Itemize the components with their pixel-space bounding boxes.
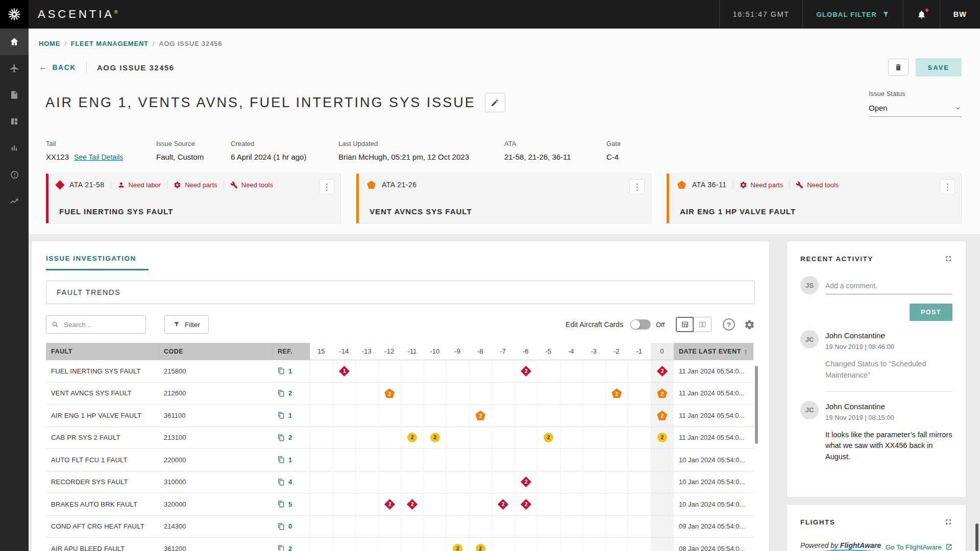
clock: 16:51:47 GMT [720,0,803,29]
event-marker[interactable]: 2 [407,499,418,510]
card-menu-button[interactable]: ⋮ [319,179,334,194]
fault-card[interactable]: ATA 36-11 Need parts Need tools ⋮ AIR EN… [667,173,962,223]
comment-composer: JS [800,276,952,294]
sidebar-item-flights[interactable] [0,55,29,82]
grid-view-button[interactable] [676,317,694,332]
table-row[interactable]: AUTO FLT FCU 1 FAULT 220000 1 10 Jan 202… [46,449,753,471]
event-marker[interactable]: 2 [476,544,485,551]
search-input[interactable] [46,315,146,334]
table-row[interactable]: FUEL INERTING SYS FAULT 215800 1 122 11 … [46,360,753,383]
day-cell [310,427,333,449]
need-tag: Need parts [727,181,783,189]
table-row[interactable]: RECORDER SYS FAULT 310000 4 2 10 Jan 202… [46,471,753,494]
event-marker[interactable]: 2 [475,411,485,420]
global-filter-button[interactable]: GLOBAL FILTER [803,0,902,29]
event-marker[interactable]: 2 [611,388,622,398]
copy-icon [278,390,285,397]
labor-icon [117,181,125,189]
sidebar-item-alerts[interactable] [0,161,29,188]
edit-cards-toggle[interactable] [630,319,651,330]
go-to-flightaware-link[interactable]: Go To FlightAware [885,543,952,551]
sidebar-item-documents[interactable] [0,82,29,108]
sidebar-item-trends[interactable] [0,188,29,214]
card-view-button[interactable] [694,317,712,332]
table-row[interactable]: AIR ENG 1 HP VALVE FAULT 361100 1 22 11 … [46,405,753,427]
see-tail-details-link[interactable]: See Tail Details [74,153,123,161]
tab-issue-investigation[interactable]: ISSUE INVESTIGATION [46,255,149,270]
fault-ref-link[interactable]: 1 [273,360,310,382]
help-icon[interactable]: ? [723,318,735,331]
fault-ref-link[interactable]: 1 [273,449,310,471]
fault-ref-link[interactable]: 1 [273,405,310,427]
day-cell [537,538,560,551]
sunburst-logo-icon [8,8,21,21]
event-marker[interactable]: 2 [453,544,462,551]
settings-icon[interactable] [744,319,755,330]
notifications-button[interactable] [903,0,940,29]
table-scrollbar[interactable] [755,366,758,444]
fault-card[interactable]: ATA 21-26 ⋮ VENT AVNCS SYS FAULT [356,173,651,223]
post-button[interactable]: POST [910,304,952,321]
fault-ref-link[interactable]: 5 [273,493,310,515]
avatar: JS [800,276,819,294]
issue-status-select[interactable]: Open [869,104,962,117]
card-menu-button[interactable]: ⋮ [629,179,645,194]
event-marker[interactable]: 1 [339,366,350,377]
event-marker[interactable]: 2 [430,433,440,442]
sidebar-item-home[interactable] [0,29,29,55]
event-marker[interactable]: 2 [657,433,667,442]
event-marker[interactable]: 2 [384,499,395,510]
event-marker[interactable]: 2 [521,477,531,487]
issue-title: AIR ENG 1, VENTS AVNS, FUEL INTERTING SY… [45,95,476,111]
day-cell [515,449,538,471]
event-marker[interactable]: 2 [657,411,667,420]
event-marker[interactable]: 2 [407,433,417,442]
table-row[interactable]: VENT AVNCS SYS FAULT 212600 2 222 11 Jan… [46,383,753,405]
breadcrumb-fleet-management[interactable]: FLEET MANAGEMENT [71,40,149,47]
sidebar-item-analytics[interactable] [0,135,29,161]
event-marker[interactable]: 2 [544,433,553,442]
fault-ref-link[interactable]: 2 [273,427,310,449]
save-button[interactable]: SAVE [916,58,962,77]
event-marker[interactable]: 2 [657,388,667,398]
fault-ref-link[interactable]: 4 [273,471,310,493]
delete-button[interactable] [888,59,909,76]
day-column-header: -1 [628,343,651,360]
page-scrollbar[interactable] [975,523,978,551]
meta-value: Brian McHugh, 05:21 pm, 12 Oct 2023 [338,153,469,161]
event-marker[interactable]: 2 [521,499,531,510]
back-button[interactable]: ← BACK [39,62,76,72]
brand-logo[interactable] [0,0,29,29]
day-cell: 2 [424,427,447,449]
card-menu-button[interactable]: ⋮ [940,179,955,194]
flightaware-logo: Powered by FlightAware [800,541,881,551]
user-menu[interactable]: BW [940,0,980,29]
fault-ref-link[interactable]: 2 [273,383,310,405]
event-marker[interactable]: 2 [657,366,668,377]
table-row[interactable]: AIR APU BLEED FAULT 361200 2 22 08 Jan 2… [46,538,753,551]
header-date-last-event[interactable]: DATE LAST EVENT ↑ [674,343,753,360]
filter-button[interactable]: Filter [164,315,209,334]
expand-activity-button[interactable] [944,255,952,263]
card-view-icon [698,320,707,329]
table-row[interactable]: BRAKES AUTO BRK FAULT 320000 5 2222 10 J… [46,493,753,516]
fault-ref-link[interactable]: 0 [273,516,310,538]
comment-timestamp: 19 Nov 2019 | 08:15:00 [825,414,952,421]
day-cell [651,538,674,551]
event-marker[interactable]: 2 [521,366,531,377]
fault-name: AIR APU BLEED FAULT [46,538,159,551]
sidebar-item-dashboard[interactable] [0,108,29,135]
fault-ref-link[interactable]: 2 [273,538,310,551]
breadcrumb-home[interactable]: HOME [39,40,60,47]
table-row[interactable]: CAB PR SYS 2 FAULT 213100 2 2222 11 Jan … [46,427,753,449]
date-last-event: 11 Jan 2024 05:54:0... [674,383,753,405]
event-marker[interactable]: 2 [498,499,508,510]
copy-icon [278,434,285,441]
fault-card[interactable]: ATA 21-58 Need labor Need parts Need too… [46,173,341,223]
edit-title-button[interactable] [485,93,505,112]
event-marker[interactable]: 2 [384,388,395,398]
expand-flights-button[interactable] [944,518,952,526]
comment-input[interactable] [825,278,952,294]
day-cell [424,471,447,493]
table-row[interactable]: COND AFT CRG HEAT FAULT 214300 0 09 Jan … [46,516,753,538]
